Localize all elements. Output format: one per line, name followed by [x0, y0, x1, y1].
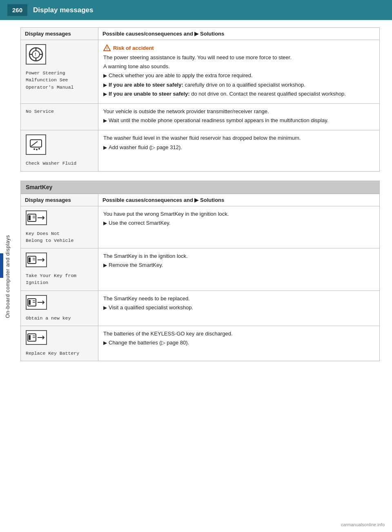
- risk-warning: ! Risk of accident: [103, 44, 374, 51]
- key-does-not-belong-causes: You have put the wrong SmartKey in the i…: [103, 210, 374, 227]
- svg-line-10: [31, 141, 38, 146]
- arrow-icon: ▶: [103, 220, 107, 227]
- causes-cell-power-steering: ! Risk of accident The power steering as…: [98, 40, 380, 104]
- key-does-not-belong-text: Key Does NotBelong to Vehicle: [26, 230, 93, 244]
- causes-cell-key-does-not-belong: You have put the wrong SmartKey in the i…: [98, 206, 380, 248]
- sidebar-label-text: On-board computer and displays: [4, 235, 11, 318]
- list-item: ▶ If you are unable to steer safely: do …: [103, 90, 374, 98]
- causes-cell-no-service: Your vehicle is outside the network prov…: [98, 103, 380, 130]
- display-messages-table: Display messages Possible causes/consequ…: [20, 27, 380, 172]
- causes-cell-washer-fluid: The washer fluid level in the washer flu…: [98, 130, 380, 171]
- no-service-causes: Your vehicle is outside the network prov…: [103, 108, 374, 124]
- svg-text:!: !: [35, 52, 36, 57]
- list-item: ▶ Remove the SmartKey.: [103, 262, 374, 269]
- list-item: The power steering assistance is faulty.…: [103, 54, 374, 61]
- table-row: Replace Key Battery The batteries of the…: [21, 326, 380, 361]
- list-item: ▶ Change the batteries (▷ page 80).: [103, 339, 374, 346]
- smartkey-col2-header: Possible causes/consequences and ▶ Solut…: [98, 194, 380, 206]
- list-item: ▶ Add washer fluid (▷ page 312).: [103, 144, 374, 151]
- replace-battery-causes: The batteries of the KEYLESS-GO key are …: [103, 330, 374, 346]
- arrow-icon: ▶: [103, 304, 107, 311]
- washer-fluid-display-text: Check Washer Fluid: [26, 160, 93, 167]
- list-item: The washer fluid level in the washer flu…: [103, 134, 374, 142]
- arrow-icon: ▶: [103, 340, 107, 346]
- display-cell-key-does-not-belong: Key Does NotBelong to Vehicle: [21, 206, 98, 248]
- table-row: ! Power SteeringMalfunction SeeOperator'…: [21, 40, 380, 104]
- header-bar: 260 Display messages: [0, 0, 392, 20]
- list-item: The batteries of the KEYLESS-GO key are …: [103, 330, 374, 338]
- list-item: You have put the wrong SmartKey in the i…: [103, 210, 374, 218]
- warning-triangle-icon: !: [103, 44, 111, 51]
- watermark: carmanualsonline.info: [341, 522, 385, 527]
- arrow-icon: ▶: [103, 82, 107, 89]
- causes-cell-take-key: The SmartKey is in the ignition lock. ▶ …: [98, 248, 380, 291]
- smartkey-header: SmartKey: [20, 181, 380, 194]
- list-item: ▶ Check whether you are able to apply th…: [103, 72, 374, 79]
- table-row: Key Does NotBelong to Vehicle You have p…: [21, 206, 380, 248]
- svg-point-13: [33, 148, 35, 150]
- svg-rect-20: [29, 257, 31, 262]
- table-row: Check Washer Fluid The washer fluid leve…: [21, 130, 380, 171]
- display-cell-no-service: No Service: [21, 103, 98, 130]
- risk-warning-text: Risk of accident: [113, 45, 154, 51]
- smartkey-col1-header: Display messages: [21, 194, 98, 206]
- list-item: Your vehicle is outside the network prov…: [103, 108, 374, 115]
- svg-rect-15: [29, 215, 31, 220]
- key-icon-1: [26, 210, 47, 225]
- svg-text:!: !: [107, 47, 108, 51]
- no-service-display-text: No Service: [26, 108, 93, 115]
- arrow-icon: ▶: [103, 91, 107, 98]
- display-cell-obtain-key: Obtain a new key: [21, 291, 98, 326]
- svg-rect-30: [29, 335, 31, 340]
- arrow-icon: ▶: [103, 72, 107, 79]
- washer-fluid-icon: [26, 134, 46, 155]
- display-cell-washer-fluid: Check Washer Fluid: [21, 130, 98, 171]
- svg-point-11: [38, 148, 40, 150]
- svg-rect-25: [29, 300, 31, 305]
- power-steering-icon: !: [26, 44, 46, 65]
- table1-col2-header: Possible causes/consequences and ▶ Solut…: [98, 28, 380, 40]
- list-item: The SmartKey is in the ignition lock.: [103, 253, 374, 260]
- take-key-display-text: Take Your Key fromIgnition: [26, 272, 93, 286]
- power-steering-display-text: Power SteeringMalfunction SeeOperator's …: [26, 69, 93, 91]
- causes-cell-replace-battery: The batteries of the KEYLESS-GO key are …: [98, 326, 380, 361]
- list-item: ▶ If you are able to steer safely: caref…: [103, 81, 374, 89]
- list-item: ▶ Use the correct SmartKey.: [103, 219, 374, 227]
- key-icon-2: [26, 253, 47, 267]
- page-number: 260: [7, 4, 27, 16]
- list-item: ▶ Visit a qualified specialist workshop.: [103, 304, 374, 311]
- list-item: ▶ Wait until the mobile phone operationa…: [103, 117, 374, 124]
- page-title: Display messages: [33, 6, 93, 14]
- key-icon-4: [26, 330, 47, 345]
- obtain-key-causes: The SmartKey needs to be replaced. ▶ Vis…: [103, 295, 374, 311]
- arrow-icon: ▶: [103, 262, 107, 269]
- table-row: Take Your Key fromIgnition The SmartKey …: [21, 248, 380, 291]
- table1-col1-header: Display messages: [21, 28, 98, 40]
- arrow-icon: ▶: [103, 144, 107, 151]
- main-content: Display messages Possible causes/consequ…: [20, 20, 380, 361]
- replace-battery-display-text: Replace Key Battery: [26, 350, 93, 357]
- display-cell-replace-battery: Replace Key Battery: [21, 326, 98, 361]
- causes-cell-obtain-key: The SmartKey needs to be replaced. ▶ Vis…: [98, 291, 380, 326]
- take-key-causes: The SmartKey is in the ignition lock. ▶ …: [103, 253, 374, 269]
- table-row: Obtain a new key The SmartKey needs to b…: [21, 291, 380, 326]
- list-item: A warning tone also sounds.: [103, 63, 374, 70]
- smartkey-table: Display messages Possible causes/consequ…: [20, 194, 380, 362]
- display-cell-power-steering: ! Power SteeringMalfunction SeeOperator'…: [21, 40, 98, 104]
- obtain-key-display-text: Obtain a new key: [26, 315, 93, 322]
- display-cell-take-key: Take Your Key fromIgnition: [21, 248, 98, 291]
- key-icon-3: [26, 295, 47, 310]
- power-steering-causes: The power steering assistance is faulty.…: [103, 54, 374, 98]
- washer-fluid-causes: The washer fluid level in the washer flu…: [103, 134, 374, 151]
- arrow-icon: ▶: [103, 117, 107, 124]
- list-item: The SmartKey needs to be replaced.: [103, 295, 374, 302]
- sidebar-blue-accent: [0, 253, 3, 278]
- table-row: No Service Your vehicle is outside the n…: [21, 103, 380, 130]
- svg-point-12: [36, 149, 38, 150]
